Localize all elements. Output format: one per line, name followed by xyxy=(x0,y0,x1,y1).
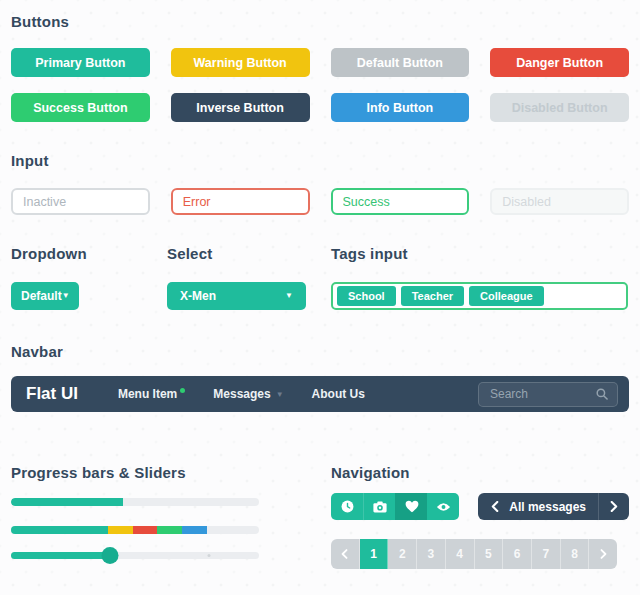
danger-button[interactable]: Danger Button xyxy=(490,48,629,77)
progress-bar xyxy=(11,498,259,506)
buttons-grid: Primary Button Warning Button Default Bu… xyxy=(11,48,629,122)
all-messages-label: All messages xyxy=(509,500,598,514)
pagination-page[interactable]: 4 xyxy=(446,539,475,569)
input-section-title: Input xyxy=(11,152,629,169)
pagination-page[interactable]: 7 xyxy=(532,539,561,569)
heart-button[interactable] xyxy=(395,493,427,520)
navigation-row: All messages xyxy=(331,493,629,520)
success-button[interactable]: Success Button xyxy=(11,93,150,122)
inputs-grid xyxy=(11,188,629,215)
error-input[interactable] xyxy=(171,188,310,215)
tags-section-title: Tags input xyxy=(331,245,629,262)
chevron-right-icon[interactable] xyxy=(599,501,629,512)
nav-item-label: About Us xyxy=(312,387,365,401)
progress-section-title: Progress bars & Sliders xyxy=(11,464,259,481)
bottom-row: Progress bars & Sliders Navigation xyxy=(11,464,629,569)
disabled-input xyxy=(490,188,629,215)
dropdown-button[interactable]: Default ▼ xyxy=(11,282,79,310)
slider[interactable] xyxy=(11,547,259,564)
tags-column: Tags input School Teacher Colleague xyxy=(331,245,629,310)
info-button[interactable]: Info Button xyxy=(331,93,470,122)
pagination-next[interactable] xyxy=(589,539,617,569)
new-indicator-dot xyxy=(180,388,185,393)
pagination-prev[interactable] xyxy=(331,539,360,569)
primary-button[interactable]: Primary Button xyxy=(11,48,150,77)
dropdown-column: Dropdown Default ▼ xyxy=(11,245,167,310)
tag-pill[interactable]: Teacher xyxy=(401,286,464,306)
multicolor-progress-bar xyxy=(11,526,259,534)
chevron-left-icon xyxy=(341,549,348,559)
select-section-title: Select xyxy=(167,245,331,262)
buttons-section-title: Buttons xyxy=(11,13,629,30)
dropdown-button-label: Default xyxy=(21,289,62,303)
nav-item-menu-item[interactable]: Menu Item xyxy=(118,387,185,401)
heart-icon xyxy=(405,500,419,513)
nav-item-label: Menu Item xyxy=(118,387,177,401)
eye-button[interactable] xyxy=(427,493,459,520)
pagination: 1 2 3 4 5 6 7 8 xyxy=(331,539,617,569)
brand-logo[interactable]: Flat UI xyxy=(26,384,78,404)
pagination-page[interactable]: 8 xyxy=(561,539,590,569)
pagination-page[interactable]: 5 xyxy=(475,539,504,569)
icon-toolbar xyxy=(331,493,459,520)
camera-button[interactable] xyxy=(363,493,395,520)
buttons-section: Buttons Primary Button Warning Button De… xyxy=(11,13,629,122)
slider-handle[interactable] xyxy=(102,547,119,564)
progress-segment xyxy=(108,526,133,534)
navbar-section: Navbar Flat UI Menu Item Messages ▼ Abou… xyxy=(11,343,629,412)
progress-segment xyxy=(182,526,207,534)
search-icon[interactable] xyxy=(596,388,608,400)
chevron-down-icon: ▼ xyxy=(285,292,293,300)
navigation-section: Navigation xyxy=(331,464,629,569)
inverse-button[interactable]: Inverse Button xyxy=(171,93,310,122)
progress-segment xyxy=(157,526,182,534)
slider-tick xyxy=(208,554,211,557)
chevron-right-icon xyxy=(600,549,607,559)
tag-pill[interactable]: School xyxy=(337,286,396,306)
pagination-page[interactable]: 3 xyxy=(417,539,446,569)
camera-icon xyxy=(373,501,387,513)
nav-item-label: Messages xyxy=(213,387,270,401)
slider-fill xyxy=(11,552,110,559)
success-input[interactable] xyxy=(331,188,470,215)
nav-item-about-us[interactable]: About Us xyxy=(312,387,365,401)
navbar-section-title: Navbar xyxy=(11,343,629,360)
chevron-down-icon: ▼ xyxy=(62,292,70,300)
tag-pill[interactable]: Colleague xyxy=(469,286,544,306)
chevron-left-icon[interactable] xyxy=(478,501,509,512)
input-section: Input xyxy=(11,152,629,215)
search-input[interactable] xyxy=(488,386,596,402)
clock-icon xyxy=(341,500,354,513)
select-control[interactable]: X-Men ▼ xyxy=(167,282,306,310)
eye-icon xyxy=(436,502,451,512)
progress-section: Progress bars & Sliders xyxy=(11,464,259,569)
default-button[interactable]: Default Button xyxy=(331,48,470,77)
pagination-page[interactable]: 1 xyxy=(360,539,389,569)
progress-segment xyxy=(133,526,158,534)
select-value: X-Men xyxy=(180,289,216,303)
all-messages-button[interactable]: All messages xyxy=(478,493,629,520)
warning-button[interactable]: Warning Button xyxy=(171,48,310,77)
controls-row: Dropdown Default ▼ Select X-Men ▼ Tags i… xyxy=(11,245,629,310)
pagination-page[interactable]: 6 xyxy=(503,539,532,569)
inactive-input[interactable] xyxy=(11,188,150,215)
slider-track[interactable] xyxy=(11,552,259,559)
clock-button[interactable] xyxy=(331,493,363,520)
nav-item-messages[interactable]: Messages ▼ xyxy=(213,387,283,401)
disabled-button: Disabled Button xyxy=(490,93,629,122)
navbar: Flat UI Menu Item Messages ▼ About Us xyxy=(11,376,629,412)
pagination-page[interactable]: 2 xyxy=(388,539,417,569)
progress-bar-fill xyxy=(11,498,123,506)
flat-ui-kit-page: Buttons Primary Button Warning Button De… xyxy=(0,0,640,595)
navigation-section-title: Navigation xyxy=(331,464,629,481)
navbar-search xyxy=(478,382,618,407)
select-column: Select X-Men ▼ xyxy=(167,245,331,310)
chevron-down-icon: ▼ xyxy=(276,390,284,399)
dropdown-section-title: Dropdown xyxy=(11,245,167,262)
progress-segment xyxy=(11,526,108,534)
tags-input[interactable]: School Teacher Colleague xyxy=(331,282,628,310)
